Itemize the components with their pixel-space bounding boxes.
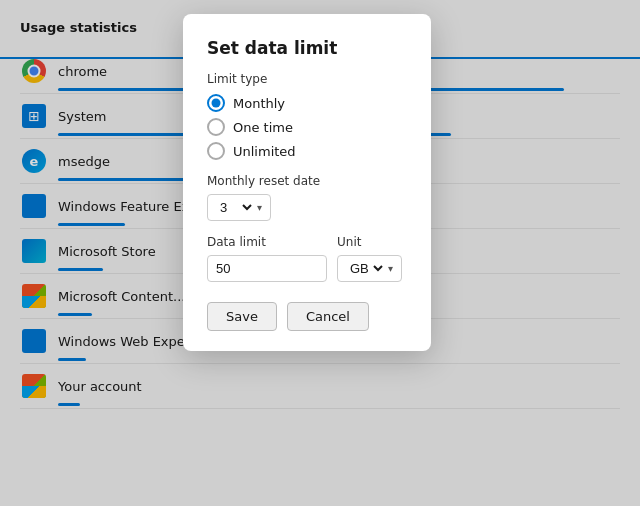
reset-date-select-wrapper[interactable]: 3 1 2 4 5 10 15 20 25 28 31 ▾	[207, 194, 271, 221]
save-button[interactable]: Save	[207, 302, 277, 331]
cancel-button[interactable]: Cancel	[287, 302, 369, 331]
chevron-down-icon: ▾	[388, 263, 393, 274]
limit-type-radio-group: Monthly One time Unlimited	[207, 94, 407, 160]
unit-select-wrapper[interactable]: GB MB ▾	[337, 255, 402, 282]
chevron-down-icon: ▾	[257, 202, 262, 213]
limit-type-label: Limit type	[207, 72, 407, 86]
set-data-limit-dialog: Set data limit Limit type Monthly One ti…	[183, 14, 431, 351]
radio-unlimited-label: Unlimited	[233, 144, 296, 159]
modal-title: Set data limit	[207, 38, 407, 58]
unit-col: Unit GB MB ▾	[337, 235, 402, 282]
radio-unlimited-input[interactable]	[207, 142, 225, 160]
data-limit-row: Data limit Unit GB MB ▾	[207, 235, 407, 282]
radio-monthly-label: Monthly	[233, 96, 285, 111]
radio-onetime[interactable]: One time	[207, 118, 407, 136]
unit-label: Unit	[337, 235, 402, 249]
reset-date-label: Monthly reset date	[207, 174, 407, 188]
radio-monthly-input[interactable]	[207, 94, 225, 112]
data-limit-label: Data limit	[207, 235, 327, 249]
data-limit-input[interactable]	[207, 255, 327, 282]
radio-unlimited[interactable]: Unlimited	[207, 142, 407, 160]
radio-onetime-input[interactable]	[207, 118, 225, 136]
data-limit-col: Data limit	[207, 235, 327, 282]
radio-monthly[interactable]: Monthly	[207, 94, 407, 112]
unit-select[interactable]: GB MB	[346, 260, 386, 277]
button-row: Save Cancel	[207, 302, 407, 331]
radio-onetime-label: One time	[233, 120, 293, 135]
reset-date-select[interactable]: 3 1 2 4 5 10 15 20 25 28 31	[216, 199, 255, 216]
